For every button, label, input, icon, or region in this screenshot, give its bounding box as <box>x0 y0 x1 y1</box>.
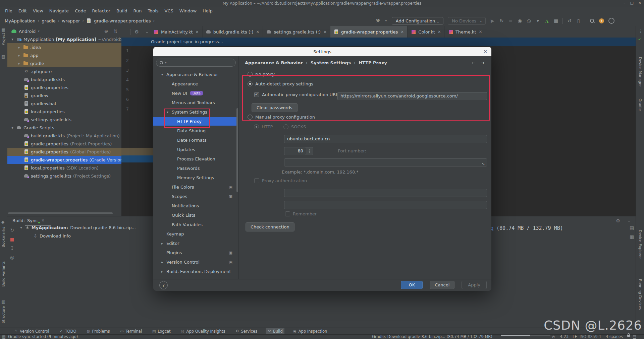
settings-tree-item[interactable]: ▾ Appearance & Behavior <box>153 70 236 79</box>
menu-item[interactable]: Code <box>72 7 89 15</box>
project-tree-row[interactable]: settings.gradle.kts <box>7 116 121 124</box>
settings-tree-item[interactable]: File Colors ▣ <box>153 183 236 191</box>
settings-tree-item[interactable]: Scopes ▣ <box>153 192 236 201</box>
dialog-title-bar[interactable]: Settings × <box>153 47 491 56</box>
toolbar-divider[interactable] <box>585 18 585 24</box>
toolwindow-device-manager[interactable]: Device Manager <box>638 57 642 87</box>
settings-tree-item[interactable]: ▸ Editor <box>153 239 236 248</box>
device-mirroring-icon[interactable]: ▯ <box>576 18 581 23</box>
project-tree-row[interactable]: ▸ gradle <box>7 59 121 67</box>
project-tree-row[interactable]: gradle.properties (Project Properties) <box>7 140 121 148</box>
toolwindow-button[interactable]: ◎ App Quality Insights <box>179 328 227 335</box>
editor-tab[interactable]: build.gradle.kts (:) × <box>203 26 263 38</box>
settings-tree-item[interactable]: Path Variables <box>153 220 236 229</box>
readonly-lock-icon[interactable] <box>627 335 630 337</box>
settings-tree-item[interactable]: Data Sharing <box>153 126 236 135</box>
settings-tree-item[interactable]: Notifications <box>153 201 236 210</box>
toolwindow-button[interactable]: ⚒ Build <box>266 328 284 335</box>
run-tasks-icon[interactable]: ≡ <box>508 18 513 23</box>
line-ending-indicator[interactable]: LF <box>573 335 577 339</box>
build-hammer-icon[interactable]: ⚒ <box>375 18 380 23</box>
hide-panel-icon[interactable]: – <box>145 29 150 35</box>
user-avatar-icon[interactable] <box>608 18 614 24</box>
project-tree-row[interactable]: local.properties (SDK Location) <box>7 164 121 172</box>
menu-item[interactable]: Tools <box>145 7 162 15</box>
tree-chevron-icon[interactable]: ▸ <box>17 61 21 66</box>
project-tree-row[interactable]: gradlew <box>7 91 121 99</box>
auto-url-checkbox-row[interactable]: Automatic proxy configuration URL: <box>254 92 340 97</box>
tree-chevron-icon[interactable]: ▾ <box>19 225 23 230</box>
menu-item[interactable]: View <box>30 7 46 15</box>
settings-tree-item[interactable]: Passwords <box>153 164 236 173</box>
show-passed-icon[interactable]: ◎ <box>10 255 15 260</box>
settings-tree-item[interactable]: Menus and Toolbars <box>153 98 236 107</box>
radio-icon[interactable] <box>248 115 253 120</box>
http-option[interactable]: HTTP <box>254 124 273 129</box>
tab-close-icon[interactable]: × <box>479 29 482 34</box>
expand-icon[interactable]: ↧ <box>10 246 15 251</box>
run-icon[interactable]: ▶ <box>490 18 495 23</box>
settings-tree-item[interactable]: Quick Lists <box>153 211 236 219</box>
tree-chevron-icon[interactable]: ▸ <box>17 45 21 50</box>
checkbox-icon[interactable] <box>254 178 259 183</box>
tree-chevron-icon[interactable]: ▸ <box>17 53 21 58</box>
editor-tab[interactable]: Theme.kt × <box>445 26 486 38</box>
project-tree-row[interactable]: gradle.properties (Global Properties) <box>7 148 121 156</box>
back-arrow-icon[interactable]: ← <box>472 60 475 65</box>
expand-field-icon[interactable]: ↔ <box>479 160 487 166</box>
event-log-icon[interactable]: ▤ <box>633 335 636 339</box>
build-tree-root-row[interactable]: ▾ ∗ MyApplication: Download gradle-8.6-b… <box>19 225 136 230</box>
settings-tree-item[interactable]: Date Formats <box>153 136 236 144</box>
no-proxy-option[interactable]: No proxy <box>248 72 275 77</box>
cancel-button[interactable]: Cancel <box>430 281 454 289</box>
soft-wrap-icon[interactable]: ▤ <box>629 225 634 230</box>
apply-button[interactable]: Apply <box>462 281 487 289</box>
horizontal-scrollbar[interactable] <box>8 212 113 214</box>
breadcrumb-item[interactable]: gradle › <box>42 18 59 23</box>
radio-selected-icon[interactable] <box>248 81 253 86</box>
menu-item[interactable]: Build <box>113 7 130 15</box>
toolwindow-build-variants[interactable]: Build Variants <box>1 261 6 287</box>
menu-item[interactable]: Help <box>200 7 216 15</box>
settings-tree-item[interactable]: ▾ System Settings <box>153 108 236 116</box>
breadcrumb-item[interactable]: gradle-wrapper.properties › <box>86 18 155 23</box>
close-button[interactable]: × <box>638 1 641 5</box>
encoding-indicator[interactable]: ISO-8859-1 <box>580 335 601 339</box>
project-tree-row[interactable]: gradle.properties <box>7 83 121 91</box>
menu-item[interactable]: VCS <box>162 7 176 15</box>
login-field[interactable] <box>284 189 487 197</box>
radio-icon[interactable] <box>248 72 253 77</box>
settings-tree-item[interactable]: Keymap <box>153 229 236 238</box>
breadcrumb-system-settings[interactable]: System Settings <box>311 60 351 65</box>
checkbox-icon[interactable] <box>285 211 290 216</box>
debug-icon[interactable]: ◉ <box>517 18 522 23</box>
breadcrumb-item[interactable]: wrapper › <box>62 18 84 23</box>
toolwindow-button[interactable]: ✓ TODO <box>58 328 78 335</box>
tab-close-icon[interactable]: × <box>400 29 404 34</box>
build-tab-sync[interactable]: Sync <box>27 218 38 223</box>
tab-close-icon[interactable]: × <box>438 29 441 34</box>
check-connection-button[interactable]: Check connection <box>246 222 294 231</box>
toolwindow-structure[interactable]: Structure <box>1 306 6 323</box>
project-tree-row[interactable]: build.gradle.kts <box>7 75 121 83</box>
toolwindow-button[interactable]: ⑂ Version Control <box>12 328 51 335</box>
auto-url-field[interactable]: https://mirrors.aliyun.com/android.googl… <box>337 92 487 100</box>
stop-icon[interactable]: ■ <box>553 18 558 23</box>
project-tree-row[interactable]: ▸ .idea <box>7 43 121 51</box>
menu-item[interactable]: Navigate <box>46 7 72 15</box>
stop-build-icon[interactable]: ■ <box>10 236 15 242</box>
forward-arrow-icon[interactable]: → <box>481 60 484 65</box>
scroll-to-end-icon[interactable]: ▦ <box>629 234 634 240</box>
settings-tree-item[interactable]: Plugins ▣ <box>153 248 236 257</box>
radio-disabled-icon[interactable] <box>283 124 288 129</box>
toolwindow-bookmarks[interactable]: Bookmarks <box>1 227 6 247</box>
search-everywhere-icon[interactable] <box>590 18 595 23</box>
tree-scrollbar[interactable] <box>236 108 238 192</box>
project-tree-row[interactable]: .gitignore <box>7 67 121 75</box>
maximize-button[interactable]: □ <box>630 1 633 5</box>
more-caret-icon[interactable]: ▾ <box>535 18 540 23</box>
radio-disabled-selected-icon[interactable] <box>254 124 259 129</box>
tree-chevron-icon[interactable]: ▾ <box>10 37 15 42</box>
build-settings-gear-icon[interactable]: ⚙ <box>615 218 621 223</box>
manual-proxy-option[interactable]: Manual proxy configuration <box>248 115 315 120</box>
